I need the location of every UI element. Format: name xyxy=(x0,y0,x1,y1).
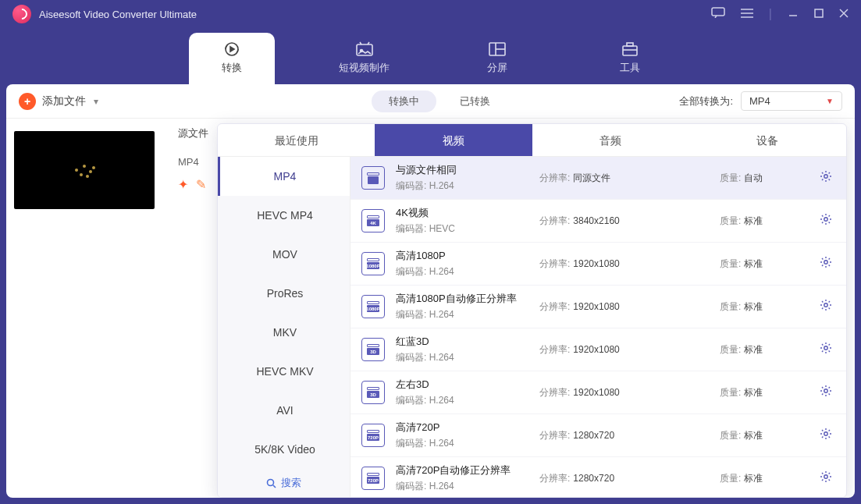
star-icon[interactable]: ✦ xyxy=(178,177,188,192)
status-converting[interactable]: 转换中 xyxy=(372,91,436,112)
file-meta: 源文件 MP4 ✦ ✎ xyxy=(178,119,217,498)
svg-point-18 xyxy=(83,165,86,168)
main-tab-0[interactable]: 转换 xyxy=(189,33,275,84)
minimize-button[interactable] xyxy=(788,7,799,21)
svg-point-25 xyxy=(824,175,827,178)
chevron-down-icon: ▾ xyxy=(94,96,98,107)
add-file-button[interactable]: + 添加文件 ▾ xyxy=(19,93,98,110)
preset-row[interactable]: 3D红蓝3D编码器: H.264分辨率:1920x1080质量:标准 xyxy=(350,328,846,371)
menu-icon[interactable] xyxy=(741,7,753,21)
format-sidebar: MP4HEVC MP4MOVProResMKVHEVC MKVAVI5K/8K … xyxy=(218,157,350,497)
svg-point-20 xyxy=(80,173,83,176)
format-sidebar-item[interactable]: ProRes xyxy=(218,274,350,313)
svg-point-27 xyxy=(824,261,827,264)
preset-resolution: 分辨率:同源文件 xyxy=(539,172,709,185)
feedback-icon[interactable] xyxy=(711,7,725,21)
target-format-value: MP4 xyxy=(749,95,770,107)
preset-quality: 质量:标准 xyxy=(720,429,806,442)
status-tabs: 转换中 已转换 xyxy=(372,91,490,112)
main-nav: 转换短视频制作分屏工具 xyxy=(0,28,861,84)
svg-rect-0 xyxy=(712,8,724,16)
preset-resolution: 分辨率:1920x1080 xyxy=(539,386,709,399)
nav-label: 分屏 xyxy=(487,61,507,75)
format-sidebar-item[interactable]: MP4 xyxy=(218,157,350,196)
format-sidebar-item[interactable]: AVI xyxy=(218,391,350,430)
svg-point-31 xyxy=(824,432,827,435)
preset-row[interactable]: 4K4K视频编码器: HEVC分辨率:3840x2160质量:标准 xyxy=(350,200,846,243)
toolbar: + 添加文件 ▾ 转换中 已转换 全部转换为: MP4 ▼ xyxy=(6,84,855,119)
target-format-select[interactable]: MP4 ▼ xyxy=(741,91,842,111)
maximize-button[interactable] xyxy=(814,7,824,21)
add-file-label: 添加文件 xyxy=(42,94,86,108)
titlebar: Aiseesoft Video Converter Ultimate | xyxy=(0,0,861,28)
preset-resolution: 分辨率:1920x1080 xyxy=(539,343,709,357)
svg-point-32 xyxy=(824,475,827,478)
preset-row[interactable]: 与源文件相同编码器: H.264分辨率:同源文件质量:自动 xyxy=(350,157,846,200)
preset-title: 左右3D xyxy=(396,378,528,392)
source-file-label: 源文件 xyxy=(178,126,217,140)
app-logo xyxy=(12,5,31,23)
preset-settings-button[interactable] xyxy=(817,467,835,489)
popup-tab-2[interactable]: 音频 xyxy=(532,124,689,156)
format-sidebar-item[interactable]: 5K/8K Video xyxy=(218,430,350,469)
caret-down-icon: ▼ xyxy=(826,97,834,105)
preset-settings-button[interactable] xyxy=(817,424,835,446)
preset-badge-icon: 4K xyxy=(361,209,385,232)
svg-point-23 xyxy=(268,479,274,485)
format-sidebar-item[interactable]: MKV xyxy=(218,313,350,352)
main-tab-2[interactable]: 分屏 xyxy=(454,33,540,84)
svg-line-24 xyxy=(273,485,276,488)
preset-encoder: 编码器: H.264 xyxy=(396,351,528,364)
main-tab-1[interactable]: 短视频制作 xyxy=(322,33,407,84)
popup-tab-3[interactable]: 设备 xyxy=(689,124,846,156)
close-button[interactable] xyxy=(839,7,849,21)
preset-resolution: 分辨率:1280x720 xyxy=(539,429,709,442)
preset-resolution: 分辨率:1920x1080 xyxy=(539,300,709,314)
svg-point-29 xyxy=(824,346,827,350)
preset-encoder: 编码器: H.264 xyxy=(396,437,528,450)
popup-tab-1[interactable]: 视频 xyxy=(375,124,532,156)
window-controls: | xyxy=(711,7,849,21)
preset-settings-button[interactable] xyxy=(817,210,835,232)
preset-row[interactable]: 720P高清720P编码器: H.264分辨率:1280x720质量:标准 xyxy=(350,414,846,457)
svg-point-17 xyxy=(75,169,78,172)
preset-title: 高清720P自动修正分辨率 xyxy=(396,463,528,477)
plus-icon: + xyxy=(19,93,36,110)
preset-resolution: 分辨率:1920x1080 xyxy=(539,257,709,271)
preset-settings-button[interactable] xyxy=(817,382,835,403)
svg-point-28 xyxy=(824,303,827,307)
nav-icon xyxy=(489,41,506,58)
preset-encoder: 编码器: HEVC xyxy=(396,222,528,236)
preset-row[interactable]: 1080P高清1080P自动修正分辨率编码器: H.264分辨率:1920x10… xyxy=(350,286,846,328)
preset-row[interactable]: 1080P高清1080P编码器: H.264分辨率:1920x1080质量:标准 xyxy=(350,243,846,286)
format-sidebar-item[interactable]: HEVC MKV xyxy=(218,352,350,391)
preset-resolution: 分辨率:1280x720 xyxy=(539,472,709,485)
convert-target-label: 全部转换为: xyxy=(679,94,733,108)
svg-point-19 xyxy=(89,170,92,173)
svg-point-21 xyxy=(86,175,89,178)
popup-tab-0[interactable]: 最近使用 xyxy=(218,124,375,156)
format-search[interactable]: 搜索 xyxy=(218,469,350,497)
status-converted[interactable]: 已转换 xyxy=(460,94,490,108)
popup-body: MP4HEVC MP4MOVProResMKVHEVC MKVAVI5K/8K … xyxy=(218,157,846,497)
svg-rect-14 xyxy=(623,46,637,55)
preset-settings-button[interactable] xyxy=(817,167,835,189)
preset-title: 红蓝3D xyxy=(396,335,528,349)
edit-icon[interactable]: ✎ xyxy=(196,177,206,192)
svg-point-30 xyxy=(824,389,827,392)
preset-settings-button[interactable] xyxy=(817,339,835,360)
video-thumbnail[interactable] xyxy=(14,131,155,209)
preset-title: 高清720P xyxy=(396,421,528,435)
preset-row[interactable]: 3D左右3D编码器: H.264分辨率:1920x1080质量:标准 xyxy=(350,371,846,414)
format-sidebar-item[interactable]: HEVC MP4 xyxy=(218,196,350,235)
main-tab-3[interactable]: 工具 xyxy=(587,33,673,84)
format-sidebar-item[interactable]: MOV xyxy=(218,235,350,274)
preset-settings-button[interactable] xyxy=(817,253,835,275)
nav-icon xyxy=(355,41,374,58)
preset-settings-button[interactable] xyxy=(817,296,835,318)
preset-row[interactable]: 720P高清720P自动修正分辨率编码器: H.264分辨率:1280x720质… xyxy=(350,457,846,497)
divider: | xyxy=(769,7,772,21)
preset-badge-icon: 1080P xyxy=(361,295,385,318)
nav-icon xyxy=(621,41,639,58)
preset-badge-icon xyxy=(361,166,385,190)
